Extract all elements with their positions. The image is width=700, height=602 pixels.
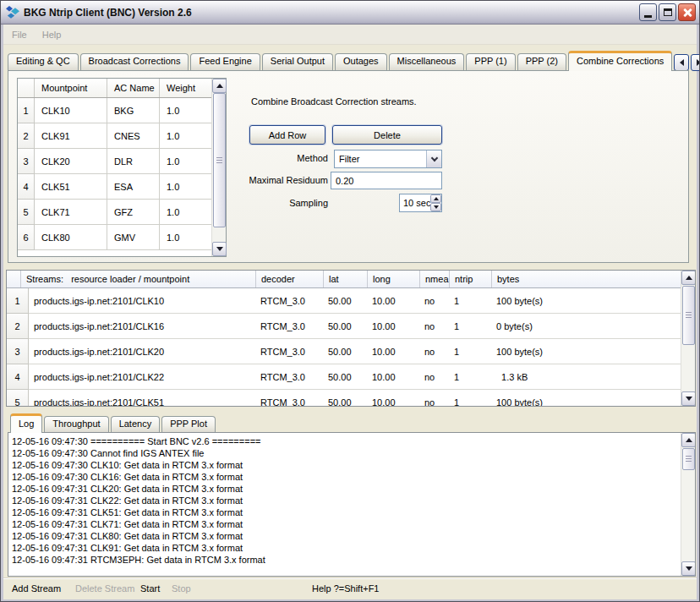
row-number: 1: [7, 288, 29, 314]
dropdown-button[interactable]: [426, 150, 441, 167]
minimize-button[interactable]: [639, 3, 657, 21]
add-row-button[interactable]: Add Row: [249, 125, 325, 145]
scroll-down-button[interactable]: [212, 242, 227, 256]
tab-ppp-plot[interactable]: PPP Plot: [161, 416, 216, 433]
scroll-up-button[interactable]: [681, 433, 696, 447]
sampling-spinner[interactable]: 10 sec: [399, 194, 442, 212]
cell-mountpoint[interactable]: CLK80: [35, 225, 107, 250]
log-line: 12-05-16 09:47:31 CLK51: Get data in RTC…: [12, 506, 678, 518]
log-line: 12-05-16 09:47:31 RTCM3EPH: Get data in …: [12, 554, 678, 566]
stream-row[interactable]: 1 products.igs-ip.net:2101/CLK10 RTCM_3.…: [7, 288, 681, 314]
tab-throughput[interactable]: Throughput: [44, 416, 108, 433]
delete-stream-action[interactable]: Delete Stream: [75, 583, 134, 594]
combine-table: Mountpoint AC Name Weight 1 CLK10 BKG 1.…: [17, 78, 227, 257]
method-dropdown[interactable]: Filter: [334, 150, 442, 168]
cell-weight[interactable]: 1.0: [160, 149, 211, 174]
tab-broadcast-corrections[interactable]: Broadcast Corrections: [80, 53, 189, 71]
tab-ppp-2[interactable]: PPP (2): [517, 53, 566, 71]
arrow-down-icon: [686, 566, 692, 571]
header-mountpoint[interactable]: Mountpoint: [35, 79, 107, 97]
stream-row[interactable]: 2 products.igs-ip.net:2101/CLK16 RTCM_3.…: [7, 314, 681, 339]
streams-scrollbar[interactable]: [681, 271, 695, 406]
spinner-down-button[interactable]: [430, 203, 441, 211]
header-nmea[interactable]: nmea: [419, 271, 449, 287]
cell-bytes: 100 byte(s): [491, 288, 681, 314]
scrollbar-thumb[interactable]: [682, 448, 695, 470]
menu-file[interactable]: File: [12, 30, 27, 40]
log-scrollbar[interactable]: [681, 433, 695, 576]
cell-ntrip: 1: [449, 314, 491, 339]
stream-row[interactable]: 4 products.igs-ip.net:2101/CLK22 RTCM_3.…: [7, 364, 681, 390]
tab-serial-output[interactable]: Serial Output: [262, 53, 333, 71]
title-bar[interactable]: BKG Ntrip Client (BNC) Version 2.6: [1, 1, 699, 25]
cell-weight[interactable]: 1.0: [160, 200, 211, 225]
cell-mountpoint[interactable]: CLK10: [35, 98, 107, 123]
maximize-button[interactable]: [659, 3, 676, 21]
cell-weight[interactable]: 1.0: [160, 123, 211, 149]
table-row[interactable]: 1 CLK10 BKG 1.0: [18, 98, 211, 123]
header-decoder[interactable]: decoder: [255, 271, 323, 287]
cell-weight[interactable]: 1.0: [160, 174, 211, 200]
cell-mountpoint[interactable]: CLK91: [35, 123, 107, 149]
header-lat[interactable]: lat: [323, 271, 367, 287]
cell-source: products.igs-ip.net:2101/CLK20: [29, 339, 255, 364]
cell-ac-name[interactable]: BKG: [107, 98, 160, 123]
scroll-up-button[interactable]: [681, 271, 696, 285]
cell-lat: 50.00: [323, 390, 367, 407]
start-action[interactable]: Start: [140, 583, 160, 594]
table-row[interactable]: 4 CLK51 ESA 1.0: [18, 174, 211, 200]
scroll-up-button[interactable]: [212, 79, 227, 93]
header-long[interactable]: long: [367, 271, 419, 287]
log-line: 12-05-16 09:47:30 ========== Start BNC v…: [12, 435, 678, 447]
combine-table-scrollbar[interactable]: [211, 79, 226, 256]
streams-table: Streams: resource loader / mountpoint de…: [6, 270, 696, 407]
maximal-residuum-input[interactable]: [331, 172, 442, 189]
table-row[interactable]: 3 CLK20 DLR 1.0: [18, 149, 211, 174]
tab-combine-corrections[interactable]: Combine Corrections: [568, 51, 672, 71]
header-ntrip[interactable]: ntrip: [449, 271, 491, 287]
header-ac-name[interactable]: AC Name: [107, 79, 160, 97]
cell-ac-name[interactable]: GMV: [107, 225, 160, 250]
cell-mountpoint[interactable]: CLK20: [35, 149, 107, 174]
header-weight[interactable]: Weight: [160, 79, 211, 97]
tab-latency[interactable]: Latency: [111, 416, 161, 433]
spinner-up-button[interactable]: [430, 194, 441, 203]
cell-ac-name[interactable]: GFZ: [107, 200, 160, 225]
close-button[interactable]: [678, 3, 696, 21]
scrollbar-thumb[interactable]: [213, 93, 226, 227]
tab-outages[interactable]: Outages: [335, 53, 387, 71]
cell-mountpoint[interactable]: CLK51: [35, 174, 107, 200]
scroll-down-button[interactable]: [681, 561, 696, 576]
stream-row[interactable]: 3 products.igs-ip.net:2101/CLK20 RTCM_3.…: [7, 339, 681, 364]
tab-editing-qc[interactable]: Editing & QC: [8, 53, 79, 71]
cell-ntrip: 1: [449, 364, 491, 390]
tab-feed-engine[interactable]: Feed Engine: [190, 53, 260, 71]
scrollbar-thumb[interactable]: [682, 286, 695, 345]
cell-ac-name[interactable]: CNES: [107, 123, 160, 149]
stream-row[interactable]: 5 products.igs-ip.net:2101/CLK51 RTCM_3.…: [7, 390, 681, 407]
menu-help[interactable]: Help: [42, 30, 62, 40]
table-row[interactable]: 6 CLK80 GMV 1.0: [18, 225, 211, 250]
cell-weight[interactable]: 1.0: [160, 98, 211, 123]
tab-scroll-left-button[interactable]: [674, 54, 689, 71]
tab-miscellaneous[interactable]: Miscellaneous: [389, 53, 465, 71]
add-stream-action[interactable]: Add Stream: [12, 583, 61, 594]
table-row[interactable]: 5 CLK71 GFZ 1.0: [18, 200, 211, 225]
tab-log[interactable]: Log: [10, 413, 42, 433]
delete-button[interactable]: Delete: [332, 125, 442, 145]
stop-action[interactable]: Stop: [172, 583, 191, 594]
header-source[interactable]: Streams: resource loader / mountpoint: [20, 271, 255, 287]
cell-ac-name[interactable]: DLR: [107, 149, 160, 174]
cell-long: 10.00: [367, 314, 419, 339]
cell-mountpoint[interactable]: CLK71: [35, 200, 107, 225]
header-bytes[interactable]: bytes: [491, 271, 681, 287]
scroll-down-button[interactable]: [681, 391, 696, 406]
tab-ppp-1[interactable]: PPP (1): [466, 53, 515, 71]
cell-weight[interactable]: 1.0: [160, 225, 211, 250]
log-line: 12-05-16 09:47:31 CLK91: Get data in RTC…: [12, 542, 678, 554]
table-row[interactable]: 2 CLK91 CNES 1.0: [18, 123, 211, 149]
cell-ac-name[interactable]: ESA: [107, 174, 160, 200]
tab-scroll-right-button[interactable]: [691, 54, 700, 71]
log-line: 12-05-16 09:47:30 CLK10: Get data in RTC…: [12, 459, 678, 471]
row-number: 4: [7, 364, 29, 390]
